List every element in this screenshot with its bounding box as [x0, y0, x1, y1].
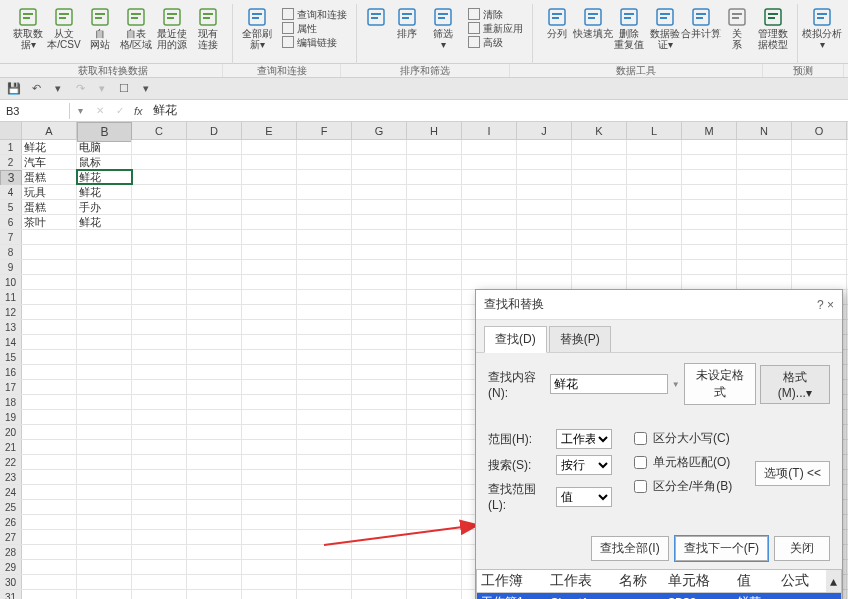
col-header-E[interactable]: E — [242, 122, 297, 139]
cell-A12[interactable] — [22, 305, 77, 319]
cell-E25[interactable] — [242, 500, 297, 514]
cell-J10[interactable] — [517, 275, 572, 289]
cell-D18[interactable] — [187, 395, 242, 409]
cell-E27[interactable] — [242, 530, 297, 544]
cell-E14[interactable] — [242, 335, 297, 349]
cell-F8[interactable] — [297, 245, 352, 259]
cell-D14[interactable] — [187, 335, 242, 349]
cell-A26[interactable] — [22, 515, 77, 529]
cell-E30[interactable] — [242, 575, 297, 589]
cell-O1[interactable] — [792, 140, 847, 154]
cell-B1[interactable]: 电脑 — [77, 140, 132, 154]
cell-A22[interactable] — [22, 455, 77, 469]
cell-H2[interactable] — [407, 155, 462, 169]
row-header-6[interactable]: 6 — [0, 215, 22, 229]
cell-G17[interactable] — [352, 380, 407, 394]
cell-M9[interactable] — [682, 260, 737, 274]
cell-D15[interactable] — [187, 350, 242, 364]
cell-F18[interactable] — [297, 395, 352, 409]
col-header-O[interactable]: O — [792, 122, 847, 139]
cell-A11[interactable] — [22, 290, 77, 304]
row-header-22[interactable]: 22 — [0, 455, 22, 469]
row-header-14[interactable]: 14 — [0, 335, 22, 349]
cell-B10[interactable] — [77, 275, 132, 289]
text-to-col-button[interactable]: 分列 — [539, 4, 575, 52]
row-header-20[interactable]: 20 — [0, 425, 22, 439]
cell-F26[interactable] — [297, 515, 352, 529]
cell-L9[interactable] — [627, 260, 682, 274]
col-header-F[interactable]: F — [297, 122, 352, 139]
cell-E18[interactable] — [242, 395, 297, 409]
cell-L3[interactable] — [627, 170, 682, 184]
cell-C20[interactable] — [132, 425, 187, 439]
cell-E4[interactable] — [242, 185, 297, 199]
cell-B6[interactable]: 鲜花 — [77, 215, 132, 229]
col-header-H[interactable]: H — [407, 122, 462, 139]
cell-I4[interactable] — [462, 185, 517, 199]
cell-E9[interactable] — [242, 260, 297, 274]
cell-M4[interactable] — [682, 185, 737, 199]
cell-F12[interactable] — [297, 305, 352, 319]
formula-input[interactable]: 鲜花 — [147, 100, 183, 121]
relations-button[interactable]: 关 系 — [719, 4, 755, 52]
cell-B23[interactable] — [77, 470, 132, 484]
cell-M2[interactable] — [682, 155, 737, 169]
cell-D24[interactable] — [187, 485, 242, 499]
cell-F28[interactable] — [297, 545, 352, 559]
cell-J2[interactable] — [517, 155, 572, 169]
enter-icon[interactable]: ✓ — [110, 105, 130, 116]
cell-H18[interactable] — [407, 395, 462, 409]
refresh-all-button[interactable]: 全部刷 新▾ — [239, 4, 275, 52]
cell-G9[interactable] — [352, 260, 407, 274]
cell-A15[interactable] — [22, 350, 77, 364]
cell-G19[interactable] — [352, 410, 407, 424]
filter-button[interactable]: 筛选 ▾ — [425, 4, 461, 52]
cell-G21[interactable] — [352, 440, 407, 454]
cell-G18[interactable] — [352, 395, 407, 409]
cell-I9[interactable] — [462, 260, 517, 274]
cell-E3[interactable] — [242, 170, 297, 184]
cell-A2[interactable]: 汽车 — [22, 155, 77, 169]
cell-H15[interactable] — [407, 350, 462, 364]
col-header-A[interactable]: A — [22, 122, 77, 139]
col-name[interactable]: 名称 — [615, 570, 664, 593]
cell-E10[interactable] — [242, 275, 297, 289]
cell-E24[interactable] — [242, 485, 297, 499]
cell-C7[interactable] — [132, 230, 187, 244]
cell-G5[interactable] — [352, 200, 407, 214]
cell-D2[interactable] — [187, 155, 242, 169]
cell-L4[interactable] — [627, 185, 682, 199]
cell-B21[interactable] — [77, 440, 132, 454]
cell-C6[interactable] — [132, 215, 187, 229]
cell-E2[interactable] — [242, 155, 297, 169]
cell-B26[interactable] — [77, 515, 132, 529]
cell-I2[interactable] — [462, 155, 517, 169]
cell-K2[interactable] — [572, 155, 627, 169]
cell-F27[interactable] — [297, 530, 352, 544]
cell-A30[interactable] — [22, 575, 77, 589]
row-header-17[interactable]: 17 — [0, 380, 22, 394]
redo-icon[interactable]: ↷ — [72, 81, 88, 97]
cell-K1[interactable] — [572, 140, 627, 154]
cell-L7[interactable] — [627, 230, 682, 244]
col-header-L[interactable]: L — [627, 122, 682, 139]
cell-F10[interactable] — [297, 275, 352, 289]
cell-C2[interactable] — [132, 155, 187, 169]
data-valid-button[interactable]: 数据验 证▾ — [647, 4, 683, 52]
cell-A24[interactable] — [22, 485, 77, 499]
cell-G3[interactable] — [352, 170, 407, 184]
cell-D5[interactable] — [187, 200, 242, 214]
cell-O3[interactable] — [792, 170, 847, 184]
cell-F16[interactable] — [297, 365, 352, 379]
cell-D26[interactable] — [187, 515, 242, 529]
cell-N2[interactable] — [737, 155, 792, 169]
cell-A27[interactable] — [22, 530, 77, 544]
cell-D17[interactable] — [187, 380, 242, 394]
cell-C1[interactable] — [132, 140, 187, 154]
cell-C29[interactable] — [132, 560, 187, 574]
cell-H12[interactable] — [407, 305, 462, 319]
cell-H21[interactable] — [407, 440, 462, 454]
cell-C26[interactable] — [132, 515, 187, 529]
cell-D29[interactable] — [187, 560, 242, 574]
cell-G11[interactable] — [352, 290, 407, 304]
